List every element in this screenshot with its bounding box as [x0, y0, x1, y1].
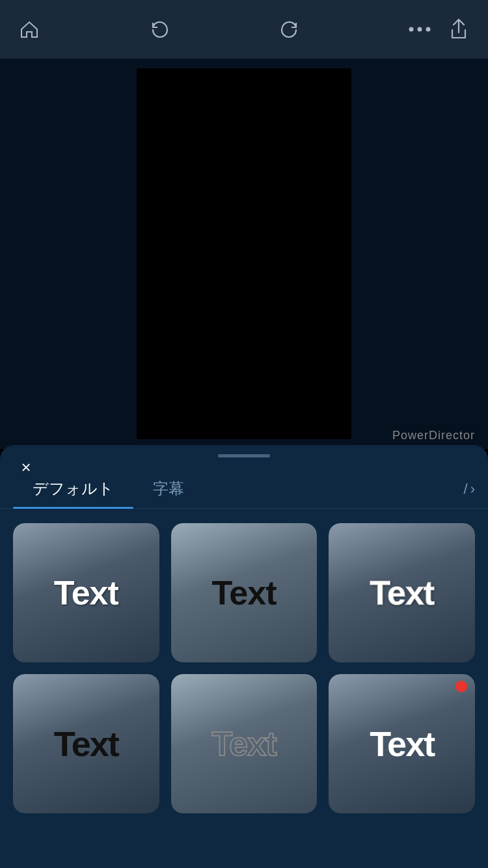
text-style-grid: Text Text Text Text Text Text: [0, 509, 488, 828]
watermark-text: PowerDirector: [392, 429, 475, 442]
svg-point-0: [409, 27, 414, 32]
tab-bar: デフォルト 字幕 / ›: [0, 470, 488, 509]
text-style-card-6[interactable]: Text: [329, 674, 475, 813]
svg-point-1: [418, 27, 422, 32]
video-preview-area: PowerDirector: [0, 59, 488, 449]
text-style-card-3[interactable]: Text: [329, 523, 475, 662]
tab-more-button[interactable]: / ›: [464, 481, 475, 498]
text-style-card-2[interactable]: Text: [171, 523, 318, 662]
text-style-card-5[interactable]: Text: [171, 674, 318, 813]
svg-point-2: [426, 27, 431, 32]
text-style-card-4[interactable]: Text: [13, 674, 159, 813]
tab-subtitles[interactable]: 字幕: [133, 470, 204, 508]
card-preview-text: Text: [370, 573, 434, 612]
card-preview-text: Text: [54, 573, 118, 612]
text-style-card-1[interactable]: Text: [13, 523, 159, 662]
selected-indicator: [455, 681, 467, 692]
share-button[interactable]: [442, 13, 475, 46]
redo-button[interactable]: [273, 13, 306, 46]
home-button[interactable]: [13, 13, 46, 46]
video-preview-screen: [137, 68, 351, 439]
tab-default[interactable]: デフォルト: [13, 470, 133, 508]
top-navigation-bar: [0, 0, 488, 59]
right-controls: [403, 13, 475, 46]
more-options-button[interactable]: [403, 13, 436, 46]
text-style-panel: × デフォルト 字幕 / › Text Text Text: [0, 445, 488, 868]
card-preview-text: Text: [211, 573, 276, 612]
card-preview-text: Text: [370, 724, 434, 764]
card-preview-text: Text: [211, 724, 276, 763]
drag-handle: [218, 454, 270, 457]
card-preview-text: Text: [54, 724, 118, 764]
undo-button[interactable]: [143, 13, 176, 46]
